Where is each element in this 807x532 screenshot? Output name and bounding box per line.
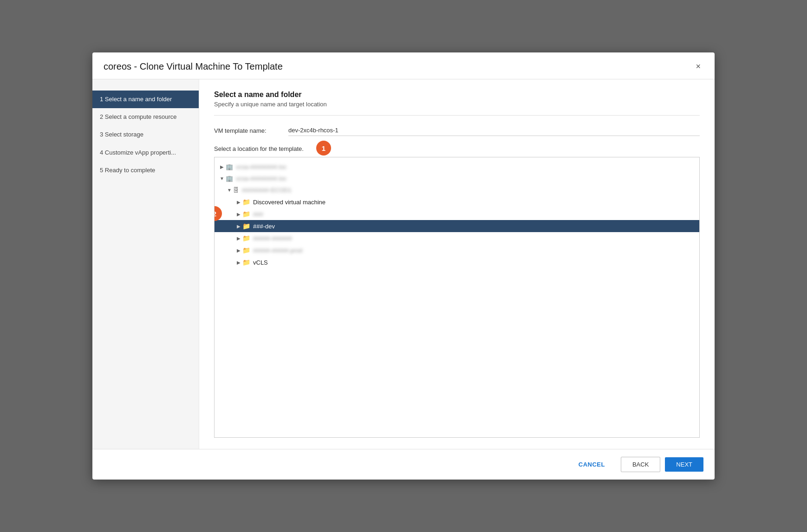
chevron-down-icon-dc: ▼ [226, 188, 233, 193]
dialog-body: 1 Select a name and folder 2 Select a co… [92, 79, 715, 449]
main-content: Select a name and folder 1 Specify a uni… [199, 79, 715, 449]
tree-item-datacenter[interactable]: ▼ 🗄 ########-ECOD1 [215, 184, 699, 196]
folder-icon-prod: 📁 [242, 247, 250, 254]
tree-label-vcls: vCLS [253, 259, 268, 266]
chevron-right-icon-prod: ▶ [235, 248, 242, 253]
dialog: coreos - Clone Virtual Machine To Templa… [92, 52, 715, 480]
chevron-down-icon: ▼ [218, 176, 226, 181]
folder-icon-discovered: 📁 [242, 198, 250, 206]
tree-item-prod[interactable]: ▶ 📁 #####-#####.prod [215, 244, 699, 256]
tree-label-blurred1: ### [253, 211, 263, 218]
dialog-header: coreos - Clone Virtual Machine To Templa… [92, 52, 715, 79]
datacenter-icon: 🗄 [233, 187, 239, 194]
sidebar: 1 Select a name and folder 2 Select a co… [92, 79, 199, 449]
tree-item-vcsa1[interactable]: ▶ 🏢 vcsa-########.loc [215, 161, 699, 173]
tree-item-vcls[interactable]: ▶ 📁 vCLS [215, 256, 699, 268]
folder-icon-vcls: 📁 [242, 259, 250, 266]
folder-icon-dev: 📁 [242, 222, 250, 230]
vm-template-input[interactable] [288, 125, 700, 136]
tree-label-blurred2: #####-###### [253, 235, 292, 242]
tree-container: ▶ 🏢 vcsa-########.loc ▼ 🏢 vcsa-########.… [214, 157, 700, 438]
folder-icon-b1: 📁 [242, 210, 250, 218]
vcenter-icon: 🏢 [226, 163, 233, 170]
location-label: Select a location for the template. [214, 145, 700, 152]
sidebar-item-step1[interactable]: 1 Select a name and folder [92, 91, 199, 108]
annotation-badge-1: 1 [316, 141, 331, 156]
chevron-right-icon-b2: ▶ [235, 236, 242, 241]
folder-icon-b2: 📁 [242, 234, 250, 242]
cancel-button[interactable]: CANCEL [567, 457, 616, 472]
section-subtitle: Specify a unique name and target locatio… [214, 101, 700, 108]
chevron-right-icon-dev: ▶ [235, 224, 242, 229]
vm-template-label: VM template name: [214, 127, 288, 134]
tree-label-vcsa2: vcsa-########.loc [236, 175, 286, 182]
dialog-title: coreos - Clone Virtual Machine To Templa… [104, 61, 283, 72]
tree-item-blurred1[interactable]: ▶ 📁 ### [215, 208, 699, 220]
tree-label-prod: #####-#####.prod [253, 247, 302, 254]
dialog-footer: CANCEL BACK NEXT [92, 449, 715, 480]
tree-label-datacenter: ########-ECOD1 [242, 187, 292, 194]
tree-label-vcsa1: vcsa-########.loc [236, 163, 286, 170]
tree-item-discovered[interactable]: ▶ 📁 Discovered virtual machine [215, 196, 699, 208]
section-title: Select a name and folder [214, 91, 700, 99]
vm-template-name-row: VM template name: [214, 125, 700, 136]
divider [214, 115, 700, 116]
chevron-right-icon-vcls: ▶ [235, 260, 242, 265]
sidebar-item-step5[interactable]: 5 Ready to complete [92, 162, 199, 179]
sidebar-item-step4[interactable]: 4 Customize vApp properti... [92, 144, 199, 162]
close-button[interactable]: × [693, 61, 703, 72]
tree-item-blurred2[interactable]: ▶ 📁 #####-###### [215, 232, 699, 244]
chevron-right-icon-discovered: ▶ [235, 200, 242, 205]
tree-label-discovered: Discovered virtual machine [253, 199, 325, 206]
sidebar-item-step2[interactable]: 2 Select a compute resource [92, 108, 199, 126]
chevron-right-icon-b1: ▶ [235, 212, 242, 217]
vcenter-icon-2: 🏢 [226, 175, 233, 182]
tree-row-blurred1-wrapper: ▶ 📁 ### 2 [215, 208, 699, 220]
tree-label-dev: ###-dev [253, 223, 275, 230]
sidebar-item-step3[interactable]: 3 Select storage [92, 126, 199, 143]
tree-item-dev[interactable]: ▶ 📁 ###-dev [215, 220, 699, 232]
back-button[interactable]: BACK [621, 457, 660, 472]
tree-item-vcsa2[interactable]: ▼ 🏢 vcsa-########.loc [215, 173, 699, 184]
chevron-right-icon: ▶ [218, 164, 226, 169]
next-button[interactable]: NEXT [665, 457, 703, 472]
